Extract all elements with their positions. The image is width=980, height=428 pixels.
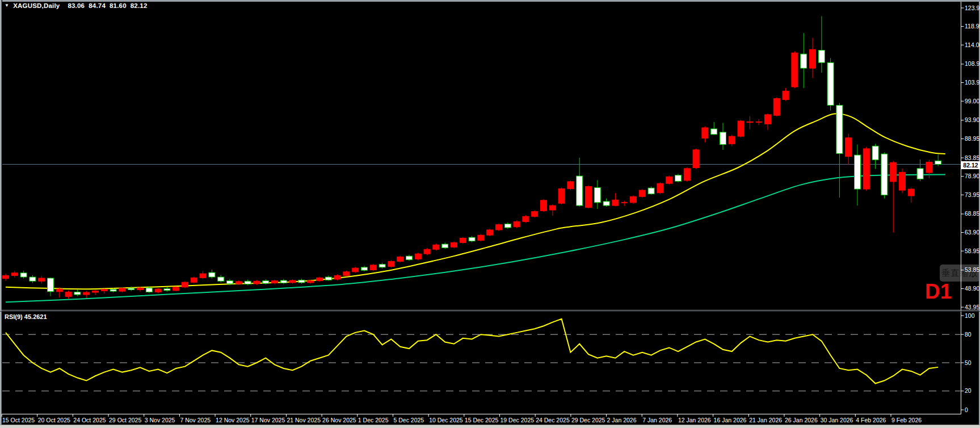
candle-down: [74, 292, 81, 295]
candle-down: [872, 146, 878, 160]
candle-up: [666, 177, 672, 183]
candle-down: [504, 224, 511, 228]
candle-down: [917, 169, 923, 179]
price-axis-label: 83.85: [965, 154, 979, 161]
price-axis-label: 73.95: [965, 191, 979, 198]
candle-up: [334, 275, 340, 279]
candle-up: [773, 99, 780, 116]
time-axis-label: 26 Jan 2026: [785, 417, 818, 423]
rsi-axis-label: 100: [965, 312, 975, 319]
candle-up: [523, 216, 529, 221]
candle-up: [890, 162, 897, 182]
time-axis-label: 16 Jan 2026: [714, 417, 747, 423]
price-axis-label: 93.90: [965, 116, 979, 123]
candle-up: [460, 238, 466, 242]
candle-up: [56, 289, 62, 292]
candle-down: [442, 244, 448, 248]
candle-down: [855, 155, 861, 189]
candle-up: [92, 291, 99, 292]
candle-down: [827, 62, 834, 105]
candle-down: [577, 176, 583, 205]
candle-up: [541, 200, 547, 211]
candle-up: [83, 292, 90, 295]
candle-up: [693, 150, 699, 168]
time-axis-label: 15 Dec 2025: [465, 417, 499, 423]
price-axis-label: 118.95: [965, 23, 980, 30]
candle-up: [765, 115, 771, 124]
price-axis-label: 48.90: [965, 285, 979, 292]
candle-up: [173, 287, 179, 291]
ma-fast-line: [6, 114, 945, 289]
candle-down: [379, 265, 385, 267]
candle-up: [235, 282, 242, 284]
time-axis-label: 19 Dec 2025: [500, 417, 535, 423]
candle-up: [433, 245, 439, 249]
time-axis-label: 29 Dec 2025: [571, 417, 605, 423]
time-axis-label: 12 Jan 2026: [678, 417, 711, 423]
candle-down: [164, 288, 170, 290]
candle-down: [594, 187, 600, 202]
candle-up: [846, 138, 852, 157]
time-axis-label: 5 Dec 2025: [393, 417, 424, 423]
candle-up: [397, 257, 403, 261]
price-axis-label: 103.95: [965, 79, 980, 86]
candle-up: [11, 273, 18, 276]
candle-up: [487, 230, 493, 235]
candle-up: [317, 278, 323, 280]
candle-up: [451, 242, 457, 247]
candle-down: [603, 202, 609, 205]
candle-down: [648, 188, 654, 194]
candle-down: [818, 51, 825, 63]
time-axis-label: 3 Nov 2025: [145, 417, 175, 423]
time-axis-label: 12 Nov 2025: [216, 417, 250, 423]
time-axis-label: 24 Dec 2025: [536, 417, 570, 423]
mt4-chart-window: 垂直缩放 123.90118.95114.00108.90103.9599.00…: [0, 0, 980, 428]
time-axis-label: 2 Jan 2026: [607, 417, 637, 423]
candle-up: [684, 169, 690, 181]
candle-up: [567, 182, 574, 189]
candle-up: [200, 274, 206, 278]
candle-up: [101, 289, 107, 291]
candle-up: [65, 292, 71, 296]
candle-up: [343, 272, 350, 276]
time-axis-label: 1 Dec 2025: [358, 417, 389, 423]
candle-down: [128, 288, 134, 290]
chart-canvas[interactable]: 123.90118.95114.00108.90103.9599.0093.90…: [0, 0, 980, 428]
candle-up: [119, 288, 125, 291]
price-axis-label: 114.00: [965, 41, 980, 48]
candle-down: [245, 281, 251, 284]
candle-down: [935, 161, 941, 164]
candle-up: [612, 200, 619, 205]
time-axis-label: 7 Nov 2025: [180, 417, 211, 423]
candle-down: [30, 277, 36, 281]
candle-down: [280, 280, 287, 283]
candle-up: [747, 121, 753, 122]
time-axis-label: 29 Oct 2025: [109, 417, 141, 423]
time-axis-label: 9 Feb 2026: [891, 417, 922, 423]
price-axis-label: 123.90: [965, 5, 980, 11]
time-axis-label: 21 Jan 2026: [749, 417, 782, 423]
rsi-axis-label: 0: [965, 406, 968, 413]
candle-up: [729, 136, 735, 144]
time-axis-label: 26 Nov 2025: [322, 417, 356, 423]
candle-up: [532, 212, 538, 217]
candle-down: [325, 277, 331, 280]
candle-down: [801, 54, 807, 68]
panel-separator-shadow: [0, 311, 980, 312]
current-price-tag: 82.12: [961, 161, 980, 169]
price-axis-label: 99.00: [965, 98, 979, 104]
panel-separator[interactable]: [0, 310, 980, 310]
candle-up: [137, 288, 144, 289]
time-axis-label: 10 Dec 2025: [429, 417, 463, 423]
price-axis-label: 108.90: [965, 60, 980, 67]
time-axis-label: 24 Oct 2025: [73, 417, 106, 423]
time-axis-label: 7 Jan 2026: [642, 417, 672, 423]
time-axis-label: 20 Oct 2025: [38, 417, 70, 423]
candle-down: [146, 288, 152, 292]
candle-down: [218, 277, 224, 281]
candle-up: [899, 172, 906, 190]
ma-slow-line: [6, 174, 945, 302]
candle-up: [783, 91, 789, 99]
candle-up: [182, 282, 188, 287]
candle-up: [3, 275, 9, 278]
